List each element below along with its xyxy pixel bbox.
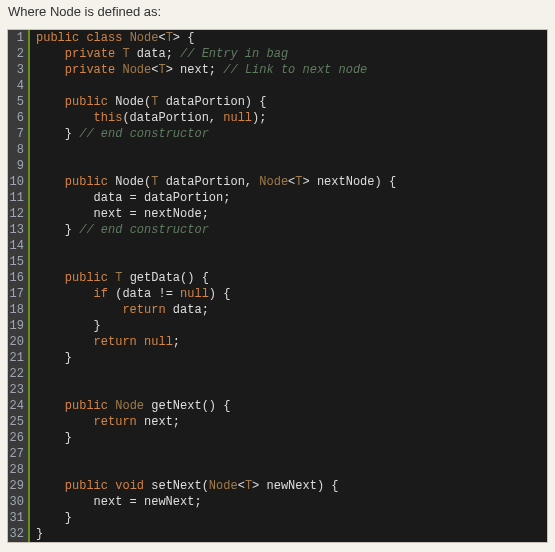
code-content: if (data != null) { (30, 286, 230, 302)
code-content: } (30, 510, 72, 526)
code-line: 5 public Node(T dataPortion) { (8, 94, 547, 110)
code-line: 21 } (8, 350, 547, 366)
code-line: 26 } (8, 430, 547, 446)
section-heading: Where Node is defined as: (0, 0, 555, 29)
line-number: 5 (8, 94, 30, 110)
line-number: 11 (8, 190, 30, 206)
code-content: private T data; // Entry in bag (30, 46, 288, 62)
line-number: 1 (8, 30, 30, 46)
line-number: 15 (8, 254, 30, 270)
code-content: } // end constructor (30, 126, 209, 142)
code-content: } (30, 430, 72, 446)
code-line: 14 (8, 238, 547, 254)
code-line: 12 next = nextNode; (8, 206, 547, 222)
line-number: 30 (8, 494, 30, 510)
line-number: 12 (8, 206, 30, 222)
code-line: 17 if (data != null) { (8, 286, 547, 302)
line-number: 9 (8, 158, 30, 174)
line-number: 3 (8, 62, 30, 78)
code-line: 24 public Node getNext() { (8, 398, 547, 414)
code-line: 7 } // end constructor (8, 126, 547, 142)
line-number: 16 (8, 270, 30, 286)
code-content: return null; (30, 334, 180, 350)
line-number: 17 (8, 286, 30, 302)
code-line: 20 return null; (8, 334, 547, 350)
code-line: 13 } // end constructor (8, 222, 547, 238)
code-content: } (30, 318, 101, 334)
code-line: 31 } (8, 510, 547, 526)
line-number: 32 (8, 526, 30, 542)
code-line: 19 } (8, 318, 547, 334)
line-number: 25 (8, 414, 30, 430)
code-line: 2 private T data; // Entry in bag (8, 46, 547, 62)
code-content: public Node(T dataPortion, Node<T> nextN… (30, 174, 396, 190)
code-content (30, 142, 43, 158)
line-number: 26 (8, 430, 30, 446)
code-line: 25 return next; (8, 414, 547, 430)
code-line: 32} (8, 526, 547, 542)
code-line: 3 private Node<T> next; // Link to next … (8, 62, 547, 78)
code-content: public T getData() { (30, 270, 209, 286)
line-number: 14 (8, 238, 30, 254)
code-line: 30 next = newNext; (8, 494, 547, 510)
line-number: 6 (8, 110, 30, 126)
line-number: 7 (8, 126, 30, 142)
code-line: 16 public T getData() { (8, 270, 547, 286)
code-line: 27 (8, 446, 547, 462)
code-line: 22 (8, 366, 547, 382)
line-number: 19 (8, 318, 30, 334)
line-number: 21 (8, 350, 30, 366)
line-number: 27 (8, 446, 30, 462)
code-content: return next; (30, 414, 180, 430)
code-content: data = dataPortion; (30, 190, 230, 206)
line-number: 18 (8, 302, 30, 318)
code-content (30, 254, 43, 270)
line-number: 8 (8, 142, 30, 158)
code-content (30, 382, 43, 398)
code-line: 18 return data; (8, 302, 547, 318)
code-content (30, 446, 43, 462)
line-number: 22 (8, 366, 30, 382)
code-content: public class Node<T> { (30, 30, 194, 46)
code-line: 4 (8, 78, 547, 94)
code-line: 9 (8, 158, 547, 174)
code-content: public void setNext(Node<T> newNext) { (30, 478, 339, 494)
code-content: } // end constructor (30, 222, 209, 238)
line-number: 23 (8, 382, 30, 398)
code-content: this(dataPortion, null); (30, 110, 266, 126)
code-line: 29 public void setNext(Node<T> newNext) … (8, 478, 547, 494)
code-line: 8 (8, 142, 547, 158)
code-line: 23 (8, 382, 547, 398)
code-line: 6 this(dataPortion, null); (8, 110, 547, 126)
code-content: next = nextNode; (30, 206, 209, 222)
code-content (30, 158, 43, 174)
line-number: 13 (8, 222, 30, 238)
line-number: 29 (8, 478, 30, 494)
code-content: return data; (30, 302, 209, 318)
line-number: 4 (8, 78, 30, 94)
code-content: next = newNext; (30, 494, 202, 510)
code-line: 28 (8, 462, 547, 478)
code-line: 11 data = dataPortion; (8, 190, 547, 206)
code-line: 15 (8, 254, 547, 270)
code-content: private Node<T> next; // Link to next no… (30, 62, 367, 78)
code-content (30, 366, 43, 382)
line-number: 20 (8, 334, 30, 350)
code-content (30, 238, 43, 254)
line-number: 31 (8, 510, 30, 526)
code-content: } (30, 350, 72, 366)
code-line: 10 public Node(T dataPortion, Node<T> ne… (8, 174, 547, 190)
code-content: public Node getNext() { (30, 398, 230, 414)
code-content: public Node(T dataPortion) { (30, 94, 266, 110)
code-content (30, 462, 43, 478)
line-number: 28 (8, 462, 30, 478)
line-number: 10 (8, 174, 30, 190)
code-content (30, 78, 43, 94)
line-number: 2 (8, 46, 30, 62)
code-content: } (30, 526, 43, 542)
code-block: 1public class Node<T> {2 private T data;… (7, 29, 548, 543)
line-number: 24 (8, 398, 30, 414)
code-line: 1public class Node<T> { (8, 30, 547, 46)
